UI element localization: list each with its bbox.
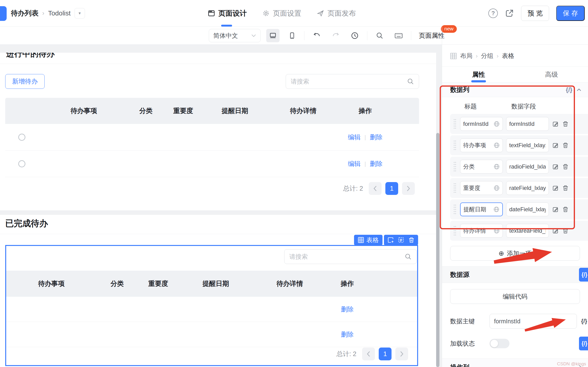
prev-page-button[interactable] (369, 182, 382, 195)
column-title-input[interactable]: 待办详情 (460, 224, 503, 238)
datasource-code-button[interactable]: {/} (579, 268, 588, 282)
trash-icon[interactable] (408, 237, 415, 243)
redo-button[interactable] (329, 29, 343, 42)
preview-button[interactable]: 预 览 (521, 6, 549, 21)
prev-page-button[interactable] (362, 348, 375, 360)
undo-button[interactable] (310, 29, 323, 42)
section-completed[interactable]: 已完成待办 表格 (0, 215, 436, 367)
scrollbar-thumb[interactable] (436, 133, 440, 367)
external-link-icon[interactable] (505, 9, 514, 18)
column-title-input-focused[interactable]: 提醒日期 (460, 202, 503, 216)
globe-icon[interactable] (494, 121, 500, 127)
datasource-row[interactable]: 数据源 {/} (442, 266, 588, 283)
shortcuts-button[interactable] (392, 29, 405, 42)
drag-handle-icon[interactable] (453, 140, 457, 151)
insert-icon[interactable] (387, 237, 394, 243)
edit-icon[interactable] (552, 142, 559, 149)
trash-icon[interactable] (562, 121, 569, 127)
table-row[interactable]: 删除 (6, 322, 417, 347)
drag-handle-icon[interactable] (453, 204, 457, 215)
trash-icon[interactable] (562, 227, 569, 234)
data-columns-section-header[interactable]: 数据列 {/} (442, 82, 588, 97)
delete-link[interactable]: 删除 (370, 159, 383, 168)
design-canvas[interactable]: 进行中的待办 新增待办 请搜索 待办事项 分类 重要度 提醒日期 (0, 45, 442, 367)
breadcrumb-root[interactable]: 待办列表 (11, 8, 38, 18)
column-field-input[interactable]: textareaField_lxl (506, 224, 549, 238)
globe-icon[interactable] (494, 228, 500, 234)
data-column-row[interactable]: 分类 radioField_lxlayz (450, 157, 588, 177)
search-input[interactable]: 请搜索 (284, 249, 417, 264)
trash-icon[interactable] (562, 142, 569, 149)
table-row[interactable]: 删除 (6, 297, 417, 322)
delete-link[interactable]: 删除 (341, 330, 354, 339)
column-field-input[interactable]: textField_lxlayzc (506, 138, 549, 152)
add-todo-button[interactable]: 新增待办 (5, 74, 45, 89)
page-properties-button[interactable]: 页面属性 new (419, 31, 444, 40)
column-field-input[interactable]: formInstId (506, 117, 549, 131)
delete-link[interactable]: 删除 (370, 133, 383, 142)
code-binding-icon[interactable]: {/} (566, 86, 572, 93)
column-title-input[interactable]: 重要度 (460, 181, 503, 195)
drag-handle-icon[interactable] (453, 118, 457, 130)
primary-key-input[interactable]: formInstId (490, 314, 577, 329)
code-binding-icon[interactable]: {/} (581, 318, 587, 325)
tab-page-settings[interactable]: 页面设置 (262, 0, 301, 27)
data-column-row[interactable]: 待办事项 textField_lxlayzc (450, 135, 588, 155)
breadcrumb-current[interactable]: Todolist (48, 9, 71, 17)
tab-page-publish[interactable]: 页面发布 (317, 0, 356, 27)
help-icon[interactable]: ? (488, 8, 498, 18)
widget-type-chip[interactable]: 表格 (354, 235, 383, 245)
column-field-input[interactable]: dateField_lxlayzc (506, 202, 549, 216)
table-row[interactable]: 编辑 | 删除 (5, 150, 419, 177)
save-button[interactable]: 保 存 (556, 6, 585, 21)
drag-handle-icon[interactable] (453, 161, 457, 172)
page-number[interactable]: 1 (385, 182, 398, 195)
page-switch-dropdown[interactable]: ▼ (74, 8, 85, 18)
search-button[interactable] (373, 29, 386, 42)
edit-code-button[interactable]: 编辑代码 (450, 289, 580, 304)
edit-link[interactable]: 编辑 (348, 133, 361, 142)
breadcrumb-layout[interactable]: 布局 (460, 52, 473, 60)
globe-icon[interactable] (494, 185, 500, 191)
next-page-button[interactable] (395, 348, 408, 360)
column-field-input[interactable]: rateField_lxlayzc (506, 181, 549, 195)
data-column-row[interactable]: 提醒日期 dateField_lxlayzc (450, 200, 588, 219)
radio-button[interactable] (18, 160, 25, 167)
page-number[interactable]: 1 (379, 348, 392, 360)
edit-link[interactable]: 编辑 (348, 159, 361, 168)
column-title-input[interactable]: formInstId (460, 117, 503, 131)
trash-icon[interactable] (562, 185, 569, 191)
data-column-row[interactable]: 重要度 rateField_lxlayzc (450, 178, 588, 198)
history-button[interactable] (348, 29, 361, 42)
search-input[interactable]: 请搜索 (286, 74, 419, 89)
trash-icon[interactable] (562, 163, 569, 170)
column-field-input[interactable]: radioField_lxlayz (506, 160, 549, 174)
table-row[interactable]: 编辑 | 删除 (5, 124, 419, 150)
data-column-row[interactable]: formInstId formInstId (450, 114, 588, 134)
add-column-button[interactable]: ⊕ 添加一项 (450, 246, 580, 261)
globe-icon[interactable] (494, 164, 500, 170)
edit-icon[interactable] (552, 121, 559, 127)
edit-icon[interactable] (552, 185, 559, 191)
delete-link[interactable]: 删除 (341, 305, 354, 314)
drag-handle-icon[interactable] (453, 182, 457, 194)
column-title-input[interactable]: 待办事项 (460, 138, 503, 152)
next-page-button[interactable] (402, 182, 415, 195)
loading-code-button[interactable]: {/} (579, 337, 588, 350)
globe-icon[interactable] (494, 142, 500, 148)
edit-icon[interactable] (552, 206, 559, 213)
tab-page-design[interactable]: 页面设计 (208, 0, 247, 27)
section-in-progress[interactable]: 进行中的待办 新增待办 请搜索 待办事项 分类 重要度 提醒日期 (0, 53, 436, 210)
tab-properties[interactable]: 属性 (442, 67, 515, 82)
globe-icon[interactable] (493, 206, 499, 212)
trash-icon[interactable] (562, 206, 569, 213)
breadcrumb-table[interactable]: 表格 (502, 52, 514, 60)
column-title-input[interactable]: 分类 (460, 160, 503, 174)
app-logo[interactable] (0, 6, 7, 21)
edit-icon[interactable] (552, 227, 559, 234)
language-select[interactable]: 简体中文 (209, 29, 261, 42)
copy-icon[interactable] (398, 237, 404, 243)
chevron-up-icon[interactable] (577, 88, 581, 92)
loading-toggle[interactable] (490, 339, 509, 348)
selected-table-widget[interactable]: 请搜索 待办事项 分类 重要度 提醒日期 待办详情 操作 (5, 245, 418, 366)
